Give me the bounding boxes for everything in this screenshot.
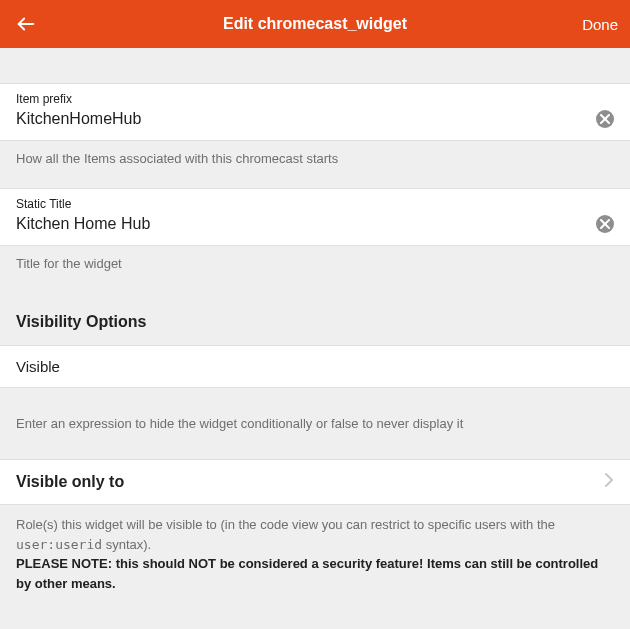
roles-helper-prefix: Role(s) this widget will be visible to (… — [16, 517, 555, 532]
visible-field[interactable]: Visible — [0, 345, 630, 388]
static-title-helper: Title for the widget — [0, 246, 630, 293]
roles-helper-code: user:userid — [16, 537, 102, 552]
chevron-right-icon — [604, 472, 614, 492]
close-icon — [600, 114, 610, 124]
visible-only-to-label: Visible only to — [16, 473, 124, 491]
close-icon — [600, 219, 610, 229]
visible-only-to-helper: Role(s) this widget will be visible to (… — [0, 505, 630, 603]
back-button[interactable] — [12, 10, 40, 38]
item-prefix-helper: How all the Items associated with this c… — [0, 141, 630, 188]
navbar: Edit chromecast_widget Done — [0, 0, 630, 48]
nav-left — [12, 10, 72, 38]
static-title-block: Static Title — [0, 188, 630, 246]
item-prefix-label: Item prefix — [16, 92, 614, 106]
static-title-clear-button[interactable] — [596, 215, 614, 233]
static-title-label: Static Title — [16, 197, 614, 211]
visible-helper: Enter an expression to hide the widget c… — [0, 388, 630, 459]
item-prefix-clear-button[interactable] — [596, 110, 614, 128]
item-prefix-block: Item prefix — [0, 83, 630, 141]
page-title: Edit chromecast_widget — [72, 15, 558, 33]
content: Item prefix How all the Items associated… — [0, 48, 630, 603]
visible-label: Visible — [16, 358, 60, 375]
visible-only-to-link[interactable]: Visible only to — [0, 459, 630, 505]
item-prefix-input[interactable] — [16, 108, 588, 130]
arrow-left-icon — [15, 13, 37, 35]
roles-helper-suffix: syntax). — [102, 537, 151, 552]
nav-right: Done — [558, 16, 618, 33]
done-button[interactable]: Done — [582, 16, 618, 33]
visibility-section-title: Visibility Options — [0, 293, 630, 345]
security-note: PLEASE NOTE: this should NOT be consider… — [16, 556, 598, 591]
static-title-input[interactable] — [16, 213, 588, 235]
